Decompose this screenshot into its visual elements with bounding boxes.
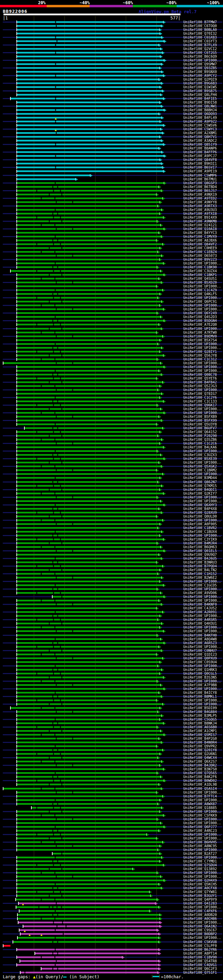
hit-id[interactable]: UniRef100_B9G6B3	[183, 81, 217, 85]
alignment-bar[interactable]	[3, 788, 161, 789]
hit-id[interactable]: UniRef100_B4JDR2	[183, 764, 217, 767]
alignment-bar[interactable]	[17, 29, 159, 30]
alignment-bar[interactable]	[17, 262, 163, 264]
hit-id[interactable]: UniRef100_C3YIK9	[183, 538, 217, 541]
alignment-bar[interactable]	[17, 52, 162, 54]
hit-id[interactable]: UniRef100_UPI000..	[183, 702, 221, 706]
hit-id[interactable]: UniRef100_C0HEE9	[183, 246, 217, 250]
alignment-bar[interactable]	[17, 504, 164, 506]
alignment-bar[interactable]	[17, 121, 160, 123]
hit-id[interactable]: UniRef100_Q7YW81	[183, 890, 217, 894]
alignment-bar[interactable]	[17, 531, 161, 533]
alignment-bar[interactable]	[17, 213, 159, 215]
hit-id[interactable]: UniRef100_A9VD06	[183, 591, 217, 595]
hit-id[interactable]: UniRef100_B6QH63	[183, 545, 217, 549]
alignment-bar[interactable]	[17, 247, 160, 249]
hit-id[interactable]: UniRef100_UPI000..	[183, 365, 221, 369]
alignment-bar[interactable]	[17, 159, 160, 161]
hit-id[interactable]: UniRef100_UPI000..	[183, 599, 221, 603]
alignment-bar[interactable]	[17, 481, 157, 483]
alignment-bar[interactable]	[17, 861, 159, 862]
hit-id[interactable]: UniRef100_Q10AI8	[183, 227, 217, 231]
hit-id[interactable]: UniRef100_A3ADC2	[183, 139, 217, 143]
alignment-bar[interactable]	[17, 822, 160, 824]
alignment-bar[interactable]	[10, 270, 160, 272]
hit-id[interactable]: UniRef100_UPI000..	[183, 579, 221, 583]
hit-id[interactable]: UniRef100_A9PE19	[183, 169, 217, 173]
hit-id[interactable]: UniRef100_B4N0R4	[183, 740, 217, 744]
alignment-bar[interactable]	[17, 343, 157, 345]
alignment-bar[interactable]	[17, 573, 157, 575]
hit-id[interactable]: UniRef100_UPI000..	[183, 810, 221, 813]
hit-id[interactable]: UniRef100_Q5U3Y8	[183, 422, 217, 426]
hit-id[interactable]: UniRef100_UPI000..	[183, 346, 221, 350]
hit-id[interactable]: UniRef100_B5XDZ0	[183, 280, 217, 284]
alignment-bar[interactable]	[17, 320, 164, 321]
hit-id[interactable]: UniRef100_B5DGN4	[183, 319, 217, 323]
hit-id[interactable]: UniRef100_Q64152	[183, 430, 217, 434]
alignment-bar[interactable]	[17, 401, 163, 402]
alignment-bar[interactable]	[17, 328, 161, 329]
hit-id[interactable]: UniRef100_UPI000..	[183, 304, 221, 307]
hit-id[interactable]: UniRef100_UPI000..	[183, 407, 221, 411]
alignment-bar[interactable]	[17, 259, 159, 260]
alignment-bar[interactable]	[17, 25, 161, 27]
hit-id[interactable]: UniRef100_C1BKP1	[183, 273, 217, 277]
hit-id[interactable]: UniRef100_UPI000..	[183, 534, 221, 538]
alignment-bar[interactable]	[17, 385, 160, 387]
hit-id[interactable]: UniRef100_B9SNX0	[183, 70, 217, 74]
alignment-bar[interactable]	[17, 462, 159, 463]
hit-id[interactable]: UniRef100_A4RSR5	[183, 618, 217, 622]
hit-id[interactable]: UniRef100_A6R5Z3	[183, 641, 217, 645]
alignment-bar[interactable]	[17, 450, 157, 452]
hit-id[interactable]: UniRef100_A9P9Z2	[183, 119, 217, 123]
hit-id[interactable]: UniRef100_UPI000..	[183, 871, 221, 875]
hit-id[interactable]: UniRef100_C1C312	[183, 357, 217, 361]
alignment-bar[interactable]	[17, 615, 160, 617]
hit-id[interactable]: UniRef100_Q56JY8	[183, 353, 217, 357]
hit-id[interactable]: UniRef100_B4QDI1	[183, 488, 217, 492]
alignment-bar[interactable]	[17, 607, 156, 609]
hit-id[interactable]: UniRef100_Q6XHY3	[183, 503, 217, 507]
alignment-bar[interactable]	[17, 194, 156, 196]
alignment-bar[interactable]	[16, 906, 159, 908]
alignment-bar[interactable]	[17, 688, 164, 690]
hit-id[interactable]: UniRef100_UPI000..	[183, 307, 221, 311]
hit-id[interactable]: UniRef100_C3UZX4	[183, 269, 217, 273]
hit-id[interactable]: UniRef100_C3UZX3	[183, 453, 217, 457]
hit-id[interactable]: UniRef100_Q7KM15	[183, 484, 217, 488]
hit-id[interactable]: UniRef100_B3NRU3	[183, 560, 217, 564]
hit-id[interactable]: UniRef100_B0DBP2	[183, 932, 217, 936]
alignment-bar[interactable]	[17, 711, 157, 713]
alignment-bar[interactable]	[13, 941, 159, 943]
hit-id[interactable]: UniRef100_UPI000..	[183, 698, 221, 702]
hit-id[interactable]: UniRef100_A8WX87	[183, 802, 217, 806]
alignment-bar[interactable]	[17, 684, 160, 686]
alignment-bar[interactable]	[17, 40, 164, 42]
alignment-bar[interactable]	[17, 37, 161, 38]
alignment-bar[interactable]	[17, 868, 132, 870]
alignment-bar[interactable]	[17, 964, 159, 966]
hit-id[interactable]: UniRef100_Q6Y249	[183, 311, 217, 315]
alignment-bar[interactable]	[17, 94, 160, 95]
alignment-bar[interactable]	[17, 592, 160, 594]
alignment-bar[interactable]	[17, 857, 161, 858]
hit-id[interactable]: UniRef100_Q4P9Y9	[183, 897, 217, 901]
alignment-bar[interactable]	[17, 412, 164, 414]
alignment-bar[interactable]	[17, 864, 163, 866]
alignment-bar[interactable]	[17, 209, 161, 211]
alignment-bar[interactable]	[17, 876, 160, 877]
hit-id[interactable]: UniRef100_Q4S2D3	[183, 315, 217, 319]
hit-id[interactable]: UniRef100_B3S3N5	[183, 676, 217, 679]
alignment-bar[interactable]	[17, 680, 157, 682]
alignment-bar[interactable]	[17, 117, 161, 119]
hit-id[interactable]: UniRef100_B6C6Q9	[183, 54, 217, 59]
alignment-bar[interactable]	[17, 355, 163, 356]
hit-id[interactable]: UniRef100_A0CH86	[183, 917, 217, 921]
alignment-bar[interactable]	[17, 393, 161, 395]
hit-id[interactable]: UniRef100_C1BRM2	[183, 468, 217, 472]
hit-id[interactable]: UniRef100_UPI000..	[183, 461, 221, 465]
alignment-bar[interactable]	[18, 937, 159, 939]
alignment-bar[interactable]	[17, 301, 161, 302]
hit-id[interactable]: UniRef100_C6SX83	[183, 35, 217, 39]
